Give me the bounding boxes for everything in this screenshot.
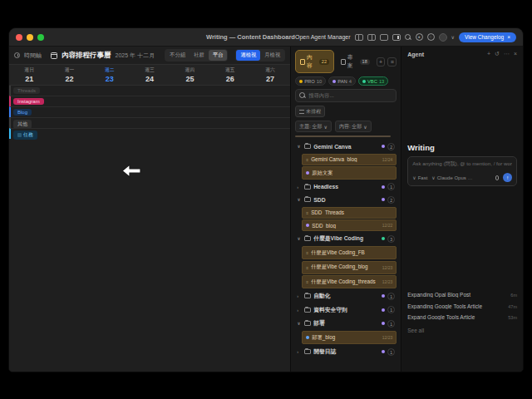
recent-task-item[interactable]: Expanding Google Tools Article47m: [407, 303, 517, 309]
grouping-option[interactable]: 平台: [209, 50, 228, 61]
layout-columns-icon[interactable]: [355, 34, 363, 41]
timeline-button[interactable]: 時間軸: [24, 52, 42, 60]
new-chat-icon[interactable]: +: [487, 51, 490, 57]
close-icon[interactable]: ×: [507, 34, 510, 40]
folder-count-badge: 1: [387, 293, 395, 300]
grouping-option[interactable]: 社群: [190, 50, 209, 61]
series-filter-vbc[interactable]: VBC13: [358, 76, 388, 86]
send-button[interactable]: ↑: [503, 173, 512, 182]
day-header-cell[interactable]: 週二23: [90, 65, 130, 85]
tree-item-row[interactable]: ≡Gemini Canva_blog12/24: [302, 154, 397, 165]
settings-icon[interactable]: ○: [427, 33, 435, 41]
layout-panel-icon[interactable]: [380, 34, 388, 41]
recent-task-item[interactable]: Expanding Opal Blog Post6m: [407, 292, 517, 298]
zoom-window-button[interactable]: [37, 34, 44, 41]
view-changelog-button[interactable]: View Changelog ×: [459, 32, 516, 42]
model-dropdown[interactable]: ∨ Claude Opus …: [431, 175, 472, 180]
view-option[interactable]: 月檢視: [260, 50, 284, 61]
layout-sidebar-icon[interactable]: [367, 34, 376, 41]
group-label[interactable]: 任務: [13, 131, 37, 140]
day-header-cell[interactable]: 週五26: [210, 65, 250, 85]
unscheduled-filter-chip[interactable]: 未排程: [295, 106, 325, 117]
close-window-button[interactable]: [16, 34, 22, 41]
item-date: 12/23: [382, 279, 393, 284]
view-option[interactable]: 週檢視: [236, 50, 260, 61]
recent-task-time: 47m: [508, 304, 517, 309]
day-number: 27: [266, 75, 274, 83]
tree-item-row[interactable]: 部署_blog12/23: [302, 331, 397, 344]
page-title: 內容排程行事曆: [62, 51, 111, 61]
search-icon[interactable]: [405, 34, 411, 41]
history-icon[interactable]: ↺: [495, 51, 500, 57]
agent-input[interactable]: Ask anything (問我), @ to mention, / for w…: [407, 156, 517, 186]
chevron-right-icon[interactable]: ›: [297, 349, 302, 354]
group-label[interactable]: Blog: [13, 109, 32, 116]
chevron-down-icon[interactable]: ∨: [297, 197, 302, 202]
tree-folder-row[interactable]: ›Headless1: [295, 181, 397, 193]
calendar-row-group: 任務: [9, 128, 290, 139]
group-label[interactable]: Threads: [13, 87, 40, 94]
chevron-right-icon[interactable]: ›: [297, 308, 302, 313]
chevron-down-icon[interactable]: ∨: [451, 34, 455, 40]
minimize-window-button[interactable]: [27, 34, 33, 41]
tree-item-row[interactable]: ≡什麼是Vibe Coding_FB: [302, 246, 397, 259]
day-header-cell[interactable]: 週三24: [130, 65, 170, 85]
day-header-cell[interactable]: 週日21: [9, 65, 49, 85]
tree-item-row[interactable]: ≡什麼是Vibe Coding_blog12/23: [302, 261, 397, 274]
tree-folder-row[interactable]: ∨SDD2: [295, 194, 397, 205]
item-name: 什麼是Vibe Coding_threads: [311, 278, 380, 286]
series-filter-pro[interactable]: PRO10: [295, 76, 326, 86]
tree-folder-row[interactable]: ∨Gemini Canva2: [295, 140, 397, 152]
calendar-panel: 時間軸 內容排程行事曆 2025 年 十二月 不分組社群平台 週檢視月檢視 週日…: [9, 47, 290, 372]
tab-content[interactable]: 內容22: [295, 50, 334, 73]
recent-task-item[interactable]: Expand Google Tools Article53m: [407, 314, 517, 320]
day-name: 週日: [24, 66, 34, 74]
list-view-button[interactable]: ≡: [387, 57, 397, 66]
tree-folder-row[interactable]: ›資料安全守則1: [295, 303, 397, 316]
day-header-cell[interactable]: 週六27: [250, 65, 290, 85]
close-panel-icon[interactable]: ×: [514, 51, 517, 57]
chevron-right-icon[interactable]: ›: [297, 293, 302, 298]
mic-icon[interactable]: [495, 175, 499, 180]
tree-item-row[interactable]: ≡什麼是Vibe Coding_threads12/23: [302, 275, 397, 288]
series-filter-pan[interactable]: PAN4: [328, 76, 356, 86]
more-options-icon[interactable]: ⋯: [504, 51, 510, 57]
layout-right-sidebar-icon[interactable]: [392, 34, 401, 41]
tree-folder-row[interactable]: ∨什麼是Vibe Coding3: [295, 233, 397, 245]
chevron-down-icon[interactable]: ∨: [297, 321, 302, 326]
grouping-option[interactable]: 不分組: [165, 50, 190, 61]
search-input[interactable]: 搜尋內容...: [295, 89, 397, 102]
chevron-right-icon[interactable]: ›: [297, 185, 302, 190]
filter-dropdown[interactable]: 內容: 全部∨: [335, 121, 372, 132]
chevron-down-icon[interactable]: ∨: [297, 236, 302, 241]
add-content-button[interactable]: +: [377, 57, 386, 66]
tree-item-row[interactable]: SDD_blog12/22: [302, 219, 397, 231]
mode-dropdown[interactable]: ∨ Fast: [412, 175, 427, 180]
day-header-cell[interactable]: 週四25: [170, 65, 209, 85]
tree-folder-row[interactable]: ∨部署1: [295, 318, 397, 330]
avatar[interactable]: [439, 33, 447, 42]
tree-folder-row[interactable]: ›自動化1: [295, 290, 397, 303]
agent-panel-title: Agent: [407, 52, 424, 57]
folder-icon: [304, 236, 311, 241]
titlebar: Writing — Content Dashboard Open Agent M…: [9, 28, 523, 47]
tab-projects[interactable]: 專案18: [337, 51, 374, 72]
tree-item-row[interactable]: ≡SDD_Threads: [302, 207, 397, 219]
day-header-row: 週日21週一22週二23週三24週四25週五26週六27: [9, 64, 290, 86]
filter-count: 13: [379, 79, 384, 84]
tree-item-row[interactable]: 原始文案: [302, 166, 397, 180]
day-header-cell[interactable]: 週一22: [49, 65, 89, 85]
chevron-down-icon: ∨: [363, 124, 367, 130]
grouping-segmented-control: 不分組社群平台: [165, 49, 228, 62]
record-icon[interactable]: ●: [416, 33, 423, 41]
filter-dropdown[interactable]: 主題: 全部∨: [295, 121, 332, 132]
see-all-link[interactable]: See all: [407, 328, 517, 333]
horizontal-scrollbar[interactable]: [295, 135, 391, 137]
group-label[interactable]: Instagram: [13, 98, 44, 105]
folder-series-dot: [382, 198, 385, 201]
folder-icon: [304, 185, 311, 190]
open-agent-manager-button[interactable]: Open Agent Manager: [295, 34, 351, 40]
chevron-down-icon[interactable]: ∨: [297, 144, 302, 149]
folder-series-dot: [382, 294, 385, 298]
tree-folder-row[interactable]: ›開發日誌1: [295, 346, 397, 358]
